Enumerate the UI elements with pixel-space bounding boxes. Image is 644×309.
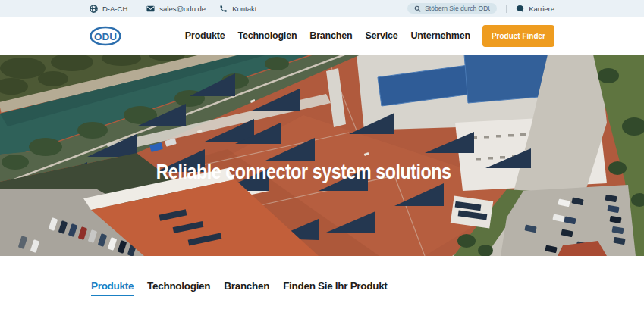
region-label: D-A-CH <box>102 5 127 13</box>
phone-icon <box>219 5 228 13</box>
email-label: sales@odu.de <box>159 5 206 13</box>
search-input[interactable] <box>425 5 490 12</box>
tab-finden-sie-ihr-produkt[interactable]: Finden Sie Ihr Produkt <box>283 280 387 295</box>
contact-label: Kontakt <box>232 5 256 13</box>
section-tab-bar: Produkte Technologien Branchen Finden Si… <box>0 256 644 309</box>
search-icon <box>414 5 421 12</box>
email-link[interactable]: sales@odu.de <box>146 5 206 13</box>
nav-item-unternehmen[interactable]: Unternehmen <box>411 30 470 41</box>
topbar-divider <box>506 5 507 13</box>
nav-item-produkte[interactable]: Produkte <box>185 30 225 41</box>
tab-technologien[interactable]: Technologien <box>147 280 210 295</box>
career-link[interactable]: Karriere <box>516 5 554 13</box>
nav-item-branchen[interactable]: Branchen <box>309 30 352 41</box>
page: D-A-CH sales@odu.de Kontakt <box>0 0 644 309</box>
tab-branchen[interactable]: Branchen <box>224 280 269 295</box>
odu-logo[interactable]: ODU <box>90 26 121 46</box>
topbar-divider <box>137 5 137 13</box>
tab-produkte[interactable]: Produkte <box>91 280 134 296</box>
hero-section: Reliable connector system solutions <box>0 55 644 256</box>
mail-icon <box>146 5 155 13</box>
contact-link[interactable]: Kontakt <box>219 5 256 13</box>
main-nav: Produkte Technologien Branchen Service U… <box>185 30 470 41</box>
main-header: ODU Produkte Technologien Branchen Servi… <box>0 17 644 55</box>
region-selector[interactable]: D-A-CH <box>90 5 127 13</box>
nav-item-service[interactable]: Service <box>365 30 397 41</box>
svg-text:ODU: ODU <box>94 30 117 42</box>
site-search[interactable] <box>407 3 497 14</box>
career-label: Karriere <box>529 5 554 13</box>
odu-logo-icon: ODU <box>90 26 121 46</box>
hero-aerial-photo <box>0 55 644 256</box>
chat-bubble-icon <box>516 5 524 13</box>
nav-item-technologien[interactable]: Technologien <box>237 30 297 41</box>
product-finder-button[interactable]: Product Finder <box>482 25 554 47</box>
globe-icon <box>90 5 98 13</box>
top-utility-bar: D-A-CH sales@odu.de Kontakt <box>0 0 644 17</box>
